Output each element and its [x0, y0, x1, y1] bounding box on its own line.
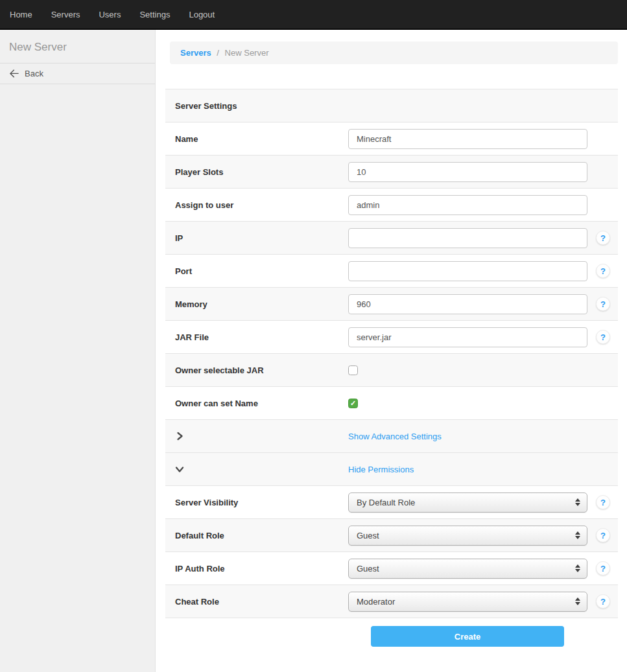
breadcrumb: Servers / New Server — [170, 41, 618, 64]
default-role-control-cell: Guest — [348, 526, 588, 546]
form-row-owner-can-set-name: Owner can set Name✓ — [165, 387, 618, 420]
form-row-default-role: Default RoleGuest? — [165, 519, 618, 552]
default-role-selected-value: Guest — [357, 531, 379, 540]
back-button[interactable]: Back — [0, 64, 155, 84]
permissions-toggle-link[interactable]: Hide Permissions — [348, 465, 414, 474]
default-role-help-cell: ? — [588, 528, 618, 542]
breadcrumb-servers-link[interactable]: Servers — [180, 48, 211, 58]
advanced-settings-toggle-link[interactable]: Show Advanced Settings — [348, 432, 442, 441]
cheat-role-selected-value: Moderator — [357, 597, 395, 607]
ip-control-cell — [348, 228, 588, 248]
player-slots-control-cell — [348, 162, 588, 182]
nav-item-home[interactable]: Home — [10, 10, 32, 19]
form-table: Server SettingsNamePlayer SlotsAssign to… — [165, 89, 618, 618]
memory-control-cell — [348, 294, 588, 314]
page-title: New Server — [0, 30, 155, 64]
ip-auth-role-select[interactable]: Guest — [348, 559, 587, 579]
sidebar: New Server Back — [0, 30, 156, 672]
server-visibility-select[interactable]: By Default Role — [348, 492, 587, 513]
stepper-up-arrow — [575, 498, 580, 502]
select-stepper-icon — [575, 531, 580, 539]
owner-selectable-jar-label: Owner selectable JAR — [165, 365, 348, 375]
form-row-player-slots: Player Slots — [165, 156, 618, 189]
stepper-up-arrow — [575, 597, 580, 601]
port-help-cell: ? — [588, 264, 618, 278]
help-icon[interactable]: ? — [596, 528, 610, 542]
select-stepper-icon — [575, 597, 580, 605]
toggle-link-cell: Show Advanced Settings — [348, 432, 588, 441]
owner-selectable-jar-checkbox[interactable] — [348, 365, 358, 375]
memory-input[interactable] — [348, 294, 587, 314]
assign-to-user-input[interactable] — [348, 195, 587, 215]
port-control-cell — [348, 261, 588, 281]
help-icon[interactable]: ? — [596, 264, 610, 278]
select-stepper-icon — [575, 564, 580, 572]
toggle-link-cell: Hide Permissions — [348, 465, 588, 474]
player-slots-input[interactable] — [348, 162, 587, 182]
memory-help-cell: ? — [588, 297, 618, 311]
form-row-permissions-toggle[interactable]: Hide Permissions — [165, 453, 618, 486]
ip-auth-role-help-cell: ? — [588, 561, 618, 575]
form-row-server-settings: Server Settings — [165, 89, 618, 122]
section-header: Server Settings — [165, 101, 348, 111]
help-icon[interactable]: ? — [596, 297, 610, 311]
stepper-up-arrow — [575, 531, 580, 535]
ip-input[interactable] — [348, 228, 587, 248]
jar-file-input[interactable] — [348, 327, 587, 347]
jar-file-control-cell — [348, 327, 588, 347]
help-icon[interactable]: ? — [596, 231, 610, 245]
name-input[interactable] — [348, 129, 587, 149]
owner-can-set-name-label: Owner can set Name — [165, 399, 348, 408]
form-row-cheat-role: Cheat RoleModerator? — [165, 585, 618, 618]
cheat-role-label: Cheat Role — [165, 597, 348, 607]
stepper-down-arrow — [575, 536, 580, 539]
form-row-ip-auth-role: IP Auth RoleGuest? — [165, 552, 618, 585]
nav-item-servers[interactable]: Servers — [51, 10, 80, 19]
create-button[interactable]: Create — [371, 626, 564, 647]
form-row-assign-to-user: Assign to user — [165, 189, 618, 222]
default-role-select[interactable]: Guest — [348, 526, 587, 546]
cheat-role-select[interactable]: Moderator — [348, 592, 587, 612]
server-visibility-label: Server Visibility — [165, 498, 348, 507]
arrow-left-icon — [9, 69, 19, 78]
toggle-chevron-cell — [165, 465, 348, 474]
nav-item-logout[interactable]: Logout — [189, 10, 215, 19]
select-stepper-icon — [575, 498, 580, 506]
check-icon: ✓ — [350, 400, 356, 407]
main-content: Servers / New Server Server SettingsName… — [156, 30, 627, 672]
form-row-name: Name — [165, 122, 618, 156]
form-row-owner-selectable-jar: Owner selectable JAR — [165, 354, 618, 387]
port-label: Port — [165, 266, 348, 276]
port-input[interactable] — [348, 261, 587, 281]
name-label: Name — [165, 134, 348, 144]
chevron-down-icon[interactable] — [175, 465, 348, 474]
jar-file-help-cell: ? — [588, 330, 618, 344]
cheat-role-help-cell: ? — [588, 594, 618, 608]
form-row-advanced-settings-toggle[interactable]: Show Advanced Settings — [165, 420, 618, 453]
assign-to-user-control-cell — [348, 195, 588, 215]
ip-auth-role-control-cell: Guest — [348, 559, 588, 579]
server-visibility-help-cell: ? — [588, 495, 618, 509]
help-icon[interactable]: ? — [596, 561, 610, 575]
help-icon[interactable]: ? — [596, 594, 610, 608]
chevron-right-icon[interactable] — [175, 432, 348, 441]
form-row-server-visibility: Server VisibilityBy Default Role? — [165, 486, 618, 519]
jar-file-label: JAR File — [165, 332, 348, 342]
form-row-ip: IP? — [165, 222, 618, 255]
back-label: Back — [25, 69, 43, 78]
ip-auth-role-selected-value: Guest — [357, 564, 379, 574]
stepper-down-arrow — [575, 503, 580, 506]
server-visibility-control-cell: By Default Role — [348, 492, 588, 513]
owner-can-set-name-checkbox[interactable]: ✓ — [348, 399, 358, 408]
nav-item-settings[interactable]: Settings — [139, 10, 170, 19]
nav-item-users[interactable]: Users — [99, 10, 121, 19]
form-row-jar-file: JAR File? — [165, 321, 618, 354]
help-icon[interactable]: ? — [596, 330, 610, 344]
owner-selectable-jar-control-cell — [348, 365, 588, 375]
stepper-up-arrow — [575, 564, 580, 568]
help-icon[interactable]: ? — [596, 495, 610, 509]
default-role-label: Default Role — [165, 531, 348, 540]
create-row: Create — [165, 618, 618, 647]
ip-auth-role-label: IP Auth Role — [165, 564, 348, 574]
name-control-cell — [348, 129, 588, 149]
